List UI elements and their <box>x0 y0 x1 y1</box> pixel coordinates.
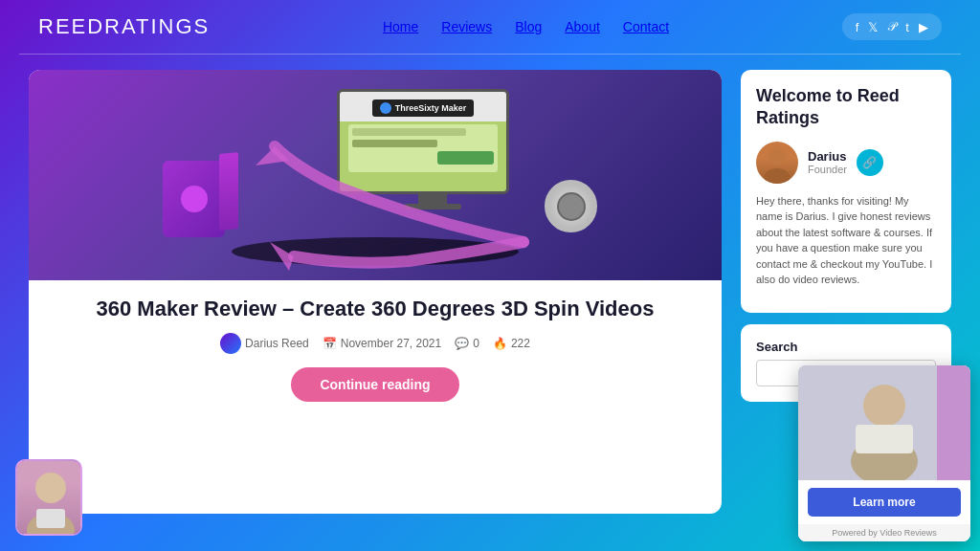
video-preview-svg <box>798 365 970 480</box>
comment-count: 0 <box>473 337 479 350</box>
pinterest-icon[interactable]: 𝒫 <box>887 19 896 34</box>
svg-point-7 <box>863 385 905 427</box>
meta-comments: 💬 0 <box>455 337 479 350</box>
author-row: Darius Founder 🔗 <box>756 142 936 184</box>
author-link-icon[interactable]: 🔗 <box>857 149 883 176</box>
header: ReedRatings Home Reviews Blog About Cont… <box>0 0 980 54</box>
svg-rect-5 <box>36 509 65 528</box>
author-avatar-image <box>756 142 798 184</box>
svg-point-0 <box>768 148 786 165</box>
article-card: ThreeSixty Maker <box>29 70 722 514</box>
author-info: Darius Founder <box>808 149 847 175</box>
meta-date: 📅 November 27, 2021 <box>323 337 441 350</box>
logo-text: ReedRatings <box>38 14 210 38</box>
camera-360 <box>545 180 597 232</box>
brand-badge: ThreeSixty Maker <box>372 99 475 117</box>
nav-about[interactable]: About <box>553 19 612 34</box>
youtube-icon[interactable]: ▶ <box>919 20 928 34</box>
nav-home[interactable]: Home <box>371 19 430 34</box>
screen-content <box>348 124 499 172</box>
video-overlay-widget: Learn more Powered by Video Reviews <box>798 365 970 541</box>
site-logo[interactable]: ReedRatings <box>38 14 210 39</box>
views-icon: 🔥 <box>493 337 507 350</box>
svg-point-1 <box>764 168 791 184</box>
avatar-svg <box>756 142 798 184</box>
video-preview <box>798 365 970 480</box>
product-box <box>163 161 225 237</box>
monitor-screen-inner: ThreeSixty Maker <box>340 92 506 191</box>
article-image: ThreeSixty Maker <box>29 70 722 280</box>
platform-shape <box>232 237 519 266</box>
video-person-preview <box>798 365 970 480</box>
view-count: 222 <box>511 337 530 350</box>
monitor-stand <box>418 194 447 204</box>
bottom-left-avatar <box>15 459 82 536</box>
nav-blog[interactable]: Blog <box>503 19 553 34</box>
article-date: November 27, 2021 <box>341 337 441 350</box>
nav-reviews[interactable]: Reviews <box>430 19 503 34</box>
sidebar-author-role: Founder <box>808 164 847 175</box>
comment-icon: 💬 <box>455 337 469 350</box>
sidebar-author-name: Darius <box>808 149 847 164</box>
calendar-icon: 📅 <box>323 337 337 350</box>
meta-author: Darius Reed <box>220 333 309 354</box>
search-label: Search <box>756 340 936 354</box>
article-meta: Darius Reed 📅 November 27, 2021 💬 0 🔥 22… <box>48 333 702 354</box>
monitor-graphic: ThreeSixty Maker <box>337 89 528 213</box>
monitor-base <box>404 204 461 209</box>
author-name: Darius Reed <box>245 337 309 350</box>
meta-views: 🔥 222 <box>493 337 530 350</box>
svg-rect-10 <box>937 365 970 480</box>
twitter-icon[interactable]: 𝕏 <box>868 20 878 34</box>
sidebar-description: Hey there, thanks for visiting! My name … <box>756 193 936 288</box>
tumblr-icon[interactable]: t <box>905 20 909 34</box>
bottom-left-avatar-image <box>17 461 80 534</box>
author-avatar <box>756 142 798 184</box>
bottom-avatar-svg <box>17 461 82 536</box>
nav-contact[interactable]: Contact <box>612 19 680 34</box>
welcome-card: Welcome to Reed Ratings Darius Founder <box>741 70 951 313</box>
main-nav: Home Reviews Blog About Contact <box>371 19 680 34</box>
svg-rect-9 <box>856 425 913 453</box>
sidebar-welcome-title: Welcome to Reed Ratings <box>756 85 936 130</box>
svg-point-3 <box>35 473 66 503</box>
social-links: f 𝕏 𝒫 t ▶ <box>842 13 942 40</box>
article-body: 360 Maker Review – Create 360 Degrees 3D… <box>29 280 722 514</box>
author-avatar-small <box>220 333 241 354</box>
monitor-screen: ThreeSixty Maker <box>337 89 509 194</box>
article-title: 360 Maker Review – Create 360 Degrees 3D… <box>48 296 702 323</box>
powered-by-label: Powered by Video Reviews <box>798 524 970 541</box>
learn-more-button[interactable]: Learn more <box>808 488 961 517</box>
facebook-icon[interactable]: f <box>856 20 859 34</box>
continue-reading-button[interactable]: Continue reading <box>291 367 458 402</box>
